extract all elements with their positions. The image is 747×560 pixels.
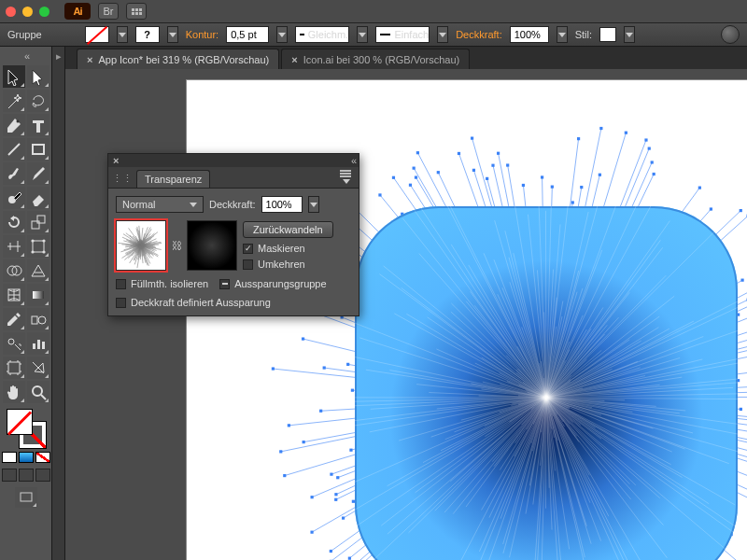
stroke-swatch[interactable] bbox=[135, 26, 160, 43]
draw-normal[interactable] bbox=[2, 469, 17, 482]
svg-rect-364 bbox=[577, 137, 580, 140]
tool-pen[interactable] bbox=[3, 114, 25, 136]
artwork-app-icon[interactable] bbox=[355, 206, 738, 560]
panel-tab-transparency[interactable]: Transparenz bbox=[136, 170, 210, 188]
fill-proxy[interactable] bbox=[7, 409, 33, 435]
draw-inside[interactable] bbox=[35, 469, 50, 482]
svg-rect-388 bbox=[653, 173, 655, 175]
color-mode-none[interactable] bbox=[35, 452, 50, 463]
fill-swatch[interactable] bbox=[85, 26, 109, 43]
svg-rect-220 bbox=[336, 476, 339, 479]
svg-rect-20 bbox=[42, 342, 45, 349]
tool-wand[interactable] bbox=[3, 90, 25, 112]
tool-scale[interactable] bbox=[27, 211, 49, 233]
panel-header[interactable]: × « bbox=[108, 154, 359, 167]
stroke-profile-menu[interactable] bbox=[357, 26, 368, 43]
brush-def[interactable]: Einfach bbox=[375, 26, 430, 43]
tool-artboard[interactable] bbox=[3, 357, 25, 379]
svg-line-568 bbox=[381, 398, 546, 525]
svg-rect-15 bbox=[32, 316, 37, 324]
fill-swatch-menu[interactable] bbox=[117, 26, 128, 43]
opacity-defines-knockout-checkbox[interactable]: Deckkraft definiert Aussparung bbox=[116, 297, 351, 308]
panel-menu-button[interactable] bbox=[336, 173, 355, 186]
dock-strip[interactable]: ▸ bbox=[52, 47, 65, 560]
opacity-menu[interactable] bbox=[557, 26, 568, 43]
transparency-panel[interactable]: × « ⋮⋮ Transparenz Normal Deckkraft: 100… bbox=[107, 153, 359, 316]
opacity-mask-art-thumb[interactable] bbox=[116, 220, 166, 271]
document-tab[interactable]: × App Icon* bei 319 % (RGB/Vorschau) bbox=[77, 49, 279, 69]
svg-rect-214 bbox=[334, 498, 337, 501]
fill-stroke-proxy[interactable] bbox=[7, 409, 46, 448]
tool-zoom[interactable] bbox=[27, 381, 49, 403]
tool-eraser[interactable] bbox=[27, 187, 49, 209]
tool-rectangle[interactable] bbox=[27, 138, 49, 161]
close-tab-icon[interactable]: × bbox=[291, 54, 297, 65]
tool-type[interactable] bbox=[27, 114, 49, 136]
graphic-style-swatch[interactable] bbox=[599, 27, 616, 42]
release-mask-button[interactable]: Zurückwandeln bbox=[243, 221, 333, 238]
tool-brush[interactable] bbox=[3, 162, 25, 185]
arrange-documents-button[interactable] bbox=[126, 3, 147, 20]
close-panel-icon[interactable]: × bbox=[113, 155, 119, 166]
svg-line-620 bbox=[428, 317, 546, 398]
color-mode-solid[interactable] bbox=[2, 452, 17, 463]
tool-line[interactable] bbox=[3, 138, 25, 161]
document-tab[interactable]: × Icon.ai bei 300 % (RGB/Vorschau) bbox=[281, 49, 470, 69]
tool-free-transform[interactable] bbox=[27, 235, 49, 258]
tool-pencil[interactable] bbox=[27, 162, 49, 185]
tools-collapse[interactable]: « bbox=[0, 50, 52, 62]
tool-width[interactable] bbox=[3, 235, 25, 258]
tool-selection[interactable] bbox=[3, 65, 25, 88]
tool-gradient[interactable] bbox=[27, 284, 49, 306]
svg-line-671 bbox=[546, 206, 606, 398]
stroke-swatch-menu[interactable] bbox=[167, 26, 178, 43]
bridge-button[interactable]: Br bbox=[98, 3, 119, 20]
svg-rect-6 bbox=[33, 241, 44, 252]
opacity-field[interactable]: 100% bbox=[510, 26, 549, 43]
clip-checkbox[interactable]: ✓Maskieren bbox=[243, 243, 333, 254]
tool-blend[interactable] bbox=[27, 308, 49, 330]
color-mode-gradient[interactable] bbox=[19, 452, 34, 463]
stroke-weight-field[interactable]: 0,5 pt bbox=[226, 26, 269, 43]
panel-opacity-field[interactable]: 100% bbox=[261, 196, 303, 213]
tool-blob[interactable] bbox=[3, 187, 25, 209]
svg-line-569 bbox=[416, 398, 546, 493]
panel-grip-icon[interactable]: ⋮⋮ bbox=[112, 173, 133, 185]
tool-hand[interactable] bbox=[3, 381, 25, 403]
knockout-group-checkbox[interactable]: Aussparungsgruppe bbox=[219, 278, 326, 289]
stroke-weight-menu[interactable] bbox=[276, 26, 288, 43]
blend-mode-select[interactable]: Normal bbox=[116, 196, 204, 213]
invert-checkbox[interactable]: Umkehren bbox=[243, 259, 333, 270]
draw-behind[interactable] bbox=[19, 469, 34, 482]
panel-opacity-menu[interactable] bbox=[308, 196, 319, 213]
control-overflow-button[interactable] bbox=[721, 25, 740, 44]
collapse-panel-icon[interactable]: « bbox=[351, 155, 354, 166]
close-window-button[interactable] bbox=[6, 7, 16, 17]
tool-direct-selection[interactable] bbox=[27, 65, 49, 88]
dock-expand-icon[interactable]: ▸ bbox=[52, 50, 64, 63]
svg-rect-344 bbox=[506, 163, 509, 166]
tool-rotate[interactable] bbox=[3, 211, 25, 233]
link-mask-icon[interactable]: ⛓ bbox=[172, 237, 181, 254]
tool-mesh[interactable] bbox=[3, 284, 25, 306]
opacity-mask-mask-thumb[interactable] bbox=[187, 220, 237, 271]
isolate-blending-checkbox[interactable]: Füllmth. isolieren bbox=[116, 278, 208, 289]
stroke-profile[interactable]: Gleichm. bbox=[295, 26, 349, 43]
brush-def-menu[interactable] bbox=[437, 26, 448, 43]
screen-mode-row bbox=[2, 469, 50, 482]
svg-rect-348 bbox=[522, 184, 525, 187]
document-tab-label: App Icon* bei 319 % (RGB/Vorschau) bbox=[98, 54, 269, 65]
tool-slice[interactable] bbox=[27, 357, 49, 379]
tool-shape-builder[interactable] bbox=[3, 259, 25, 282]
minimize-window-button[interactable] bbox=[22, 7, 33, 17]
tool-perspective[interactable] bbox=[27, 259, 49, 282]
tool-eyedropper[interactable] bbox=[3, 308, 25, 330]
tool-symbol-spray[interactable] bbox=[3, 332, 25, 355]
close-tab-icon[interactable]: × bbox=[87, 54, 92, 65]
svg-rect-338 bbox=[486, 177, 488, 180]
tool-graph[interactable] bbox=[27, 332, 49, 355]
screen-mode-button[interactable] bbox=[15, 487, 37, 508]
tool-lasso[interactable] bbox=[27, 90, 49, 112]
graphic-style-menu[interactable] bbox=[624, 26, 635, 43]
zoom-window-button[interactable] bbox=[39, 7, 49, 17]
